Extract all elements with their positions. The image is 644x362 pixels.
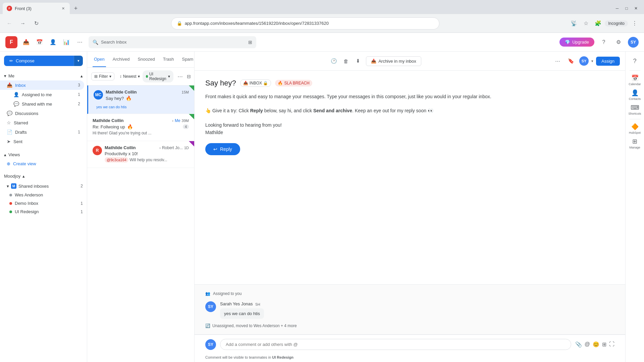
- right-panel-calendar[interactable]: 📅 Calendar: [628, 73, 642, 87]
- sidebar-item-wes-anderson[interactable]: Wes Anderson: [0, 191, 87, 199]
- discussions-icon: 💬: [7, 111, 12, 116]
- sidebar-item-starred[interactable]: ☆ Starred: [0, 118, 84, 127]
- sidebar-item-assigned[interactable]: 👤 Assigned to me 1: [0, 90, 84, 99]
- tab-trash[interactable]: Trash: [162, 52, 175, 67]
- browser-menu-button[interactable]: ⋮: [629, 18, 640, 29]
- tab-open[interactable]: Open: [93, 52, 106, 67]
- assignee-dropdown-icon[interactable]: ▾: [591, 59, 593, 63]
- sidebar-item-drafts[interactable]: 📄 Drafts 1: [0, 127, 84, 137]
- tag-label: UI Redesign: [149, 72, 167, 81]
- browser-tab[interactable]: F Front (3) ✕: [3, 3, 70, 14]
- tab-close-button[interactable]: ✕: [60, 6, 66, 11]
- refresh-button[interactable]: ↻: [31, 18, 42, 29]
- filter-bar: ⊞ Filter ▾ ↕ Newest ▾ UI Redesign ▾ ⋯ ⊟: [87, 68, 194, 85]
- help-icon[interactable]: ?: [598, 37, 609, 48]
- compose-button[interactable]: ✏ Compose: [4, 56, 74, 66]
- upgrade-button[interactable]: 💎 Upgrade: [559, 38, 594, 47]
- email-body: Say hey? 📥 INBOX 🔒 🔥 SLA BREACH Front ma…: [195, 71, 625, 284]
- sort-button[interactable]: ↕ Newest ▾: [120, 74, 140, 79]
- email-item-1[interactable]: MC Mathilde Collin 15M Say hey? 🔥 yes we: [87, 85, 194, 114]
- body-p2-post: . Keep an eye out for my reply soon 👀: [352, 108, 433, 113]
- compose-dropdown-button[interactable]: ▾: [74, 56, 83, 66]
- nav-more-icon[interactable]: ⋯: [74, 36, 86, 48]
- new-tab-button[interactable]: +: [71, 4, 80, 13]
- sidebar-item-ui-redesign[interactable]: UI Redesign 1: [0, 207, 87, 216]
- app-logo[interactable]: F: [5, 36, 17, 48]
- tag-arrow-icon: ▾: [168, 74, 170, 79]
- reply-button[interactable]: ↩ Reply: [205, 143, 240, 155]
- search-bar[interactable]: 🔍 Search Inbox ⊞: [89, 36, 256, 48]
- delete-icon[interactable]: 🗑: [340, 56, 351, 66]
- sidebar-item-shared[interactable]: 💬 Shared with me 2: [0, 99, 84, 109]
- tab-spam[interactable]: Spam: [180, 52, 195, 67]
- sidebar-item-sent[interactable]: ➤ Sent: [0, 137, 84, 146]
- extensions-icon[interactable]: 🧩: [593, 18, 603, 29]
- reply-arrow-icon: ↩: [213, 146, 217, 152]
- user-avatar[interactable]: SY: [628, 37, 639, 48]
- snooze-icon[interactable]: 🕐: [328, 56, 339, 66]
- compose-button-wrapper: ✏ Compose ▾: [4, 56, 83, 66]
- sidebar-item-discussions[interactable]: 💬 Discussions: [0, 109, 84, 118]
- attachment-icon[interactable]: 📎: [575, 341, 582, 348]
- filter-button[interactable]: ⊞ Filter ▾: [91, 72, 114, 80]
- filter-arrow-icon: ▾: [109, 74, 111, 79]
- sidebar-item-demo-inbox[interactable]: Demo Inbox 1: [0, 199, 87, 207]
- sidebar-shared-inboxes-header[interactable]: ▾ M Shared inboxes 2: [0, 181, 87, 191]
- table-icon[interactable]: ⊞: [602, 341, 606, 348]
- green-corner-indicator-2: [189, 114, 194, 119]
- tab-snoozed[interactable]: Snoozed: [136, 52, 156, 67]
- shortcuts-label: Shortcuts: [628, 112, 641, 115]
- more-options-button[interactable]: ⋯: [177, 73, 183, 80]
- arrow-icon-3: ›: [159, 146, 161, 150]
- right-panel-contacts[interactable]: 👤 Contacts: [628, 88, 642, 102]
- cast-icon[interactable]: 📡: [569, 18, 579, 29]
- nav-calendar-icon[interactable]: 📅: [34, 36, 46, 48]
- archive-inbox-button[interactable]: 📥 Archive in my inbox: [366, 56, 421, 66]
- comment-input-field[interactable]: [220, 339, 571, 350]
- sidebar-views-header[interactable]: ▴ Views: [0, 150, 87, 159]
- sidebar-moodjoy-header[interactable]: Moodjoy ▴: [0, 171, 87, 181]
- more-actions-icon[interactable]: ⋯: [552, 56, 563, 66]
- nav-inbox-icon[interactable]: 📥: [20, 36, 32, 48]
- create-view-button[interactable]: ⊕ Create view: [0, 159, 87, 168]
- bookmark-icon[interactable]: 🔖: [566, 56, 577, 66]
- nav-analytics-icon[interactable]: 📊: [60, 36, 72, 48]
- forward-button[interactable]: →: [17, 18, 28, 29]
- close-window-button[interactable]: ✕: [632, 4, 640, 12]
- sidebar-item-inbox[interactable]: 📥 Inbox 3: [0, 80, 84, 90]
- assign-button[interactable]: Assign: [596, 57, 620, 66]
- download-icon[interactable]: ⬇: [353, 56, 363, 66]
- email-body-paragraph1: Front makes it quick and easy to manage …: [205, 93, 614, 100]
- activity-section: 👥 Assigned to you SY Sarah Yes Jonas 5H …: [195, 284, 625, 334]
- nav-contacts-icon[interactable]: 👤: [47, 36, 59, 48]
- star-icon: ☆: [7, 120, 11, 125]
- incognito-badge[interactable]: Incognito: [605, 20, 628, 26]
- right-panel-help[interactable]: ?: [628, 54, 642, 68]
- sender-avatar-3: R: [93, 146, 102, 155]
- assigned-to-text: Assigned to you: [213, 291, 241, 296]
- expand-icon[interactable]: ⛶: [609, 341, 614, 348]
- tag-filter-button[interactable]: UI Redesign ▾: [143, 70, 174, 82]
- email-item-3[interactable]: R Mathilde Collin › Robert Jo... 1D Prod…: [87, 141, 194, 168]
- email-item-2[interactable]: Mathilde Collin › Me 39M Re: Follwoing u…: [87, 114, 194, 141]
- sender-avatar-1: MC: [94, 90, 103, 100]
- mention-icon[interactable]: @: [585, 341, 590, 348]
- tab-archived[interactable]: Archived: [111, 52, 131, 67]
- settings-icon[interactable]: ⚙: [613, 37, 624, 48]
- assignee-avatar[interactable]: SY: [579, 56, 589, 66]
- right-panel-shortcuts[interactable]: ⌨ Shortcuts: [628, 103, 642, 116]
- address-bar[interactable]: 🔒 app.frontapp.com/inboxes/teammates/156…: [171, 17, 439, 29]
- sort-label: Newest: [123, 74, 137, 79]
- bookmark-icon[interactable]: ☆: [581, 18, 591, 29]
- bookmark-filter-icon[interactable]: ⊟: [187, 74, 191, 79]
- maximize-button[interactable]: □: [623, 4, 631, 12]
- fire-icon-1: 🔥: [126, 96, 131, 101]
- sidebar-me-header[interactable]: ▾ Me ▴: [0, 71, 87, 80]
- emoji-icon[interactable]: 😊: [593, 341, 599, 348]
- right-panel-manage[interactable]: ⊞ Manage: [628, 137, 642, 150]
- back-button[interactable]: ←: [4, 18, 15, 29]
- inbox-icon: 📥: [7, 82, 12, 88]
- right-panel-hubspot[interactable]: 🔶 HubSpot: [628, 122, 642, 135]
- compose-icon: ✏: [9, 58, 13, 63]
- minimize-button[interactable]: ─: [613, 4, 621, 12]
